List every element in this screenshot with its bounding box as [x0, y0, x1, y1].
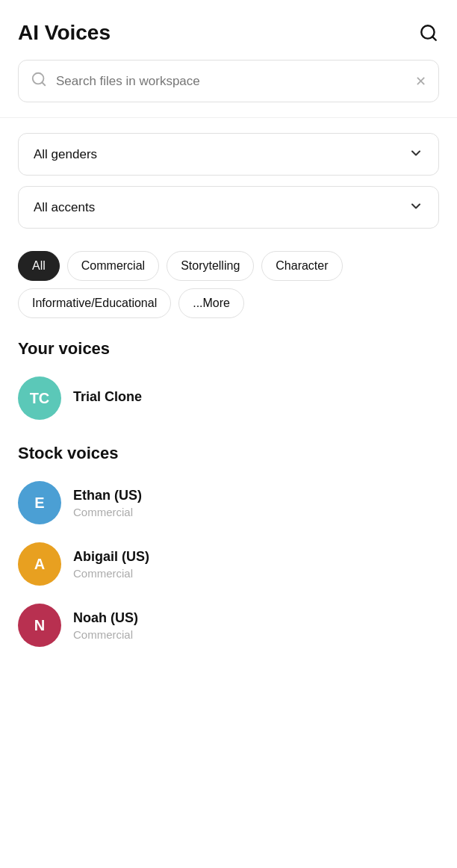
avatar: E: [18, 481, 61, 524]
tag-character[interactable]: Character: [261, 251, 342, 281]
your-voice-item[interactable]: TC Trial Clone: [0, 368, 457, 429]
your-voices-list: TC Trial Clone: [0, 368, 457, 429]
voice-name: Noah (US): [73, 610, 138, 626]
gender-dropdown[interactable]: All genders: [18, 133, 439, 176]
search-icon-button[interactable]: [418, 22, 439, 43]
search-icon: [31, 71, 47, 91]
svg-line-3: [42, 82, 45, 85]
divider: [0, 117, 457, 118]
avatar: A: [18, 542, 61, 586]
tag-storytelling[interactable]: Storytelling: [167, 251, 254, 281]
tag-informative[interactable]: Informative/Educational: [18, 288, 171, 318]
gender-dropdown-label: All genders: [34, 147, 97, 162]
tag-commercial[interactable]: Commercial: [67, 251, 159, 281]
search-bar-container: ✕: [0, 60, 457, 117]
stock-voice-item[interactable]: A Abigail (US) Commercial: [0, 533, 457, 595]
stock-voice-item[interactable]: N Noah (US) Commercial: [0, 595, 457, 656]
voice-info: Trial Clone: [73, 389, 142, 407]
stock-voices-section-title: Stock voices: [0, 429, 457, 472]
voice-name: Trial Clone: [73, 389, 142, 405]
tag-all[interactable]: All: [18, 251, 60, 281]
voice-name: Abigail (US): [73, 549, 149, 565]
header: AI Voices: [0, 0, 457, 60]
search-bar[interactable]: ✕: [18, 60, 439, 102]
stock-voice-item[interactable]: E Ethan (US) Commercial: [0, 472, 457, 533]
your-voices-section-title: Your voices: [0, 324, 457, 368]
accent-dropdown-label: All accents: [34, 200, 95, 215]
filters-container: All genders All accents: [0, 133, 457, 229]
page-title: AI Voices: [18, 21, 111, 45]
voice-type: Commercial: [73, 506, 142, 518]
search-input[interactable]: [56, 74, 415, 89]
tags-container: AllCommercialStorytellingCharacterInform…: [0, 239, 457, 324]
voice-info: Abigail (US) Commercial: [73, 549, 149, 580]
voice-info: Ethan (US) Commercial: [73, 488, 142, 518]
avatar: TC: [18, 376, 61, 420]
clear-search-icon[interactable]: ✕: [415, 73, 426, 90]
voice-name: Ethan (US): [73, 488, 142, 503]
stock-voices-list: E Ethan (US) Commercial A Abigail (US) C…: [0, 472, 457, 656]
avatar: N: [18, 604, 61, 647]
voice-type: Commercial: [73, 567, 149, 580]
tag-more[interactable]: ...More: [178, 288, 244, 318]
gender-chevron-down-icon: [408, 146, 423, 163]
voice-type: Commercial: [73, 628, 138, 641]
accent-dropdown[interactable]: All accents: [18, 186, 439, 229]
accent-chevron-down-icon: [408, 199, 423, 216]
voice-info: Noah (US) Commercial: [73, 610, 138, 641]
svg-line-1: [432, 37, 436, 40]
